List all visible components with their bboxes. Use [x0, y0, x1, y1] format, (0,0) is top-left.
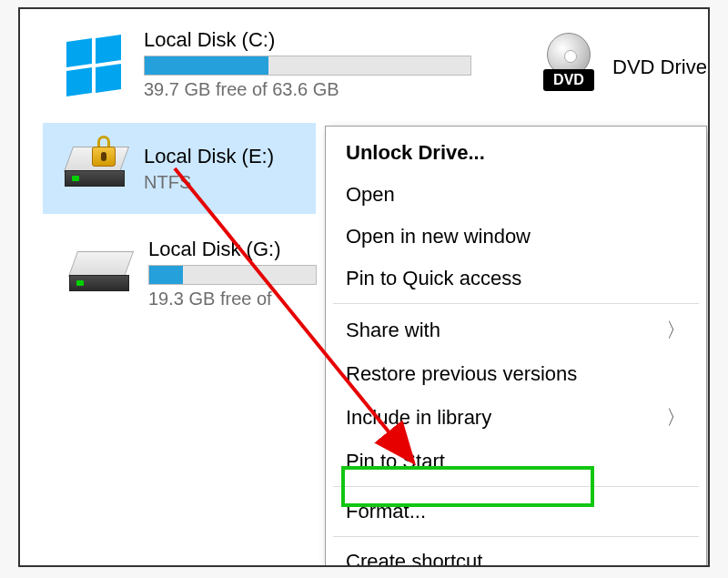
menu-unlock-drive-label: Unlock Drive... — [346, 141, 485, 165]
drive-g-space-bar — [148, 265, 317, 285]
windows-logo-icon — [65, 35, 123, 93]
chevron-right-icon: 〉 — [666, 317, 686, 344]
menu-open[interactable]: Open — [326, 174, 706, 216]
drive-item-g[interactable]: Local Disk (G:) 19.3 GB free of — [47, 228, 329, 319]
lock-icon — [90, 134, 117, 167]
menu-separator — [333, 536, 699, 537]
menu-open-new-window-label: Open in new window — [346, 225, 531, 248]
drive-c-space-bar — [144, 56, 471, 76]
menu-open-label: Open — [346, 183, 395, 207]
chevron-right-icon: 〉 — [666, 404, 686, 431]
drive-g-title: Local Disk (G:) — [148, 238, 324, 261]
menu-pin-start-label: Pin to Start — [346, 450, 445, 473]
menu-include-library-label: Include in library — [346, 406, 491, 430]
menu-format-label: Format... — [346, 500, 426, 523]
drive-c-space-text: 39.7 GB free of 63.6 GB — [144, 79, 524, 100]
drive-g-space-text: 19.3 GB free of — [148, 289, 324, 309]
menu-pin-quick-access-label: Pin to Quick access — [346, 267, 521, 290]
drive-context-menu: Unlock Drive... Open Open in new window … — [325, 126, 707, 567]
menu-pin-start[interactable]: Pin to Start — [326, 441, 706, 482]
drive-item-dvd[interactable]: DVD DVD Drive (D — [534, 31, 710, 104]
drive-c-title: Local Disk (C:) — [144, 28, 524, 52]
dvd-drive-icon: DVD — [543, 40, 609, 95]
menu-restore-previous-label: Restore previous versions — [346, 362, 577, 386]
menu-format[interactable]: Format... — [326, 491, 706, 532]
menu-share-with-label: Share with — [346, 319, 440, 342]
menu-create-shortcut-label: Create shortcut — [346, 550, 482, 567]
explorer-window: Local Disk (C:) 39.7 GB free of 63.6 GB … — [18, 7, 710, 567]
dvd-badge: DVD — [543, 69, 594, 91]
drive-item-c[interactable]: Local Disk (C:) 39.7 GB free of 63.6 GB — [38, 18, 530, 109]
drive-item-e[interactable]: Local Disk (E:) NTFS — [43, 123, 316, 214]
menu-separator — [333, 486, 699, 487]
drive-e-filesystem: NTFS — [144, 172, 310, 193]
drive-dvd-title: DVD Drive (D — [612, 56, 710, 79]
menu-include-library[interactable]: Include in library 〉 — [326, 395, 706, 441]
menu-pin-quick-access[interactable]: Pin to Quick access — [326, 258, 706, 299]
menu-unlock-drive[interactable]: Unlock Drive... — [326, 132, 706, 174]
drive-icon — [69, 251, 133, 295]
menu-open-new-window[interactable]: Open in new window — [326, 216, 706, 258]
locked-drive-icon — [65, 147, 128, 190]
menu-share-with[interactable]: Share with 〉 — [326, 308, 706, 353]
menu-separator — [333, 303, 699, 304]
menu-restore-previous[interactable]: Restore previous versions — [326, 353, 706, 395]
drive-e-title: Local Disk (E:) — [144, 145, 310, 168]
menu-create-shortcut[interactable]: Create shortcut — [326, 541, 706, 567]
